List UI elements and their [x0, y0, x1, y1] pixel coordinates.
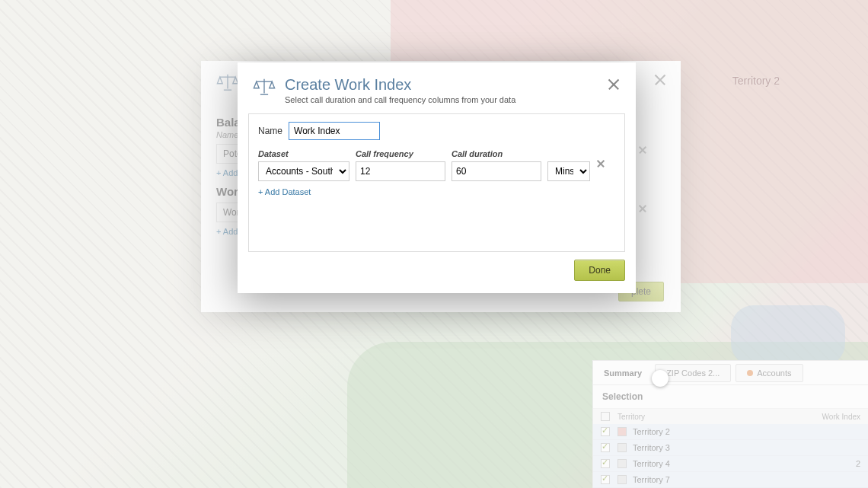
- name-row: Name: [258, 122, 615, 140]
- remove-row-icon[interactable]: [596, 158, 605, 171]
- dataset-label: Dataset: [258, 149, 349, 158]
- duration-input[interactable]: [452, 161, 541, 181]
- modal-subtitle: Select call duration and call frequency …: [285, 95, 515, 104]
- scales-icon: [251, 76, 277, 100]
- unit-select[interactable]: Mins: [547, 161, 590, 181]
- dataset-row: Dataset Accounts - South Call frequency …: [258, 149, 615, 181]
- name-input[interactable]: [289, 122, 380, 140]
- add-dataset-link[interactable]: + Add Dataset: [258, 187, 311, 196]
- dataset-col: Dataset Accounts - South: [258, 149, 349, 181]
- frequency-input[interactable]: [356, 161, 445, 181]
- dataset-select[interactable]: Accounts - South: [258, 161, 349, 181]
- done-button[interactable]: Done: [574, 260, 625, 281]
- cursor-indicator: [652, 370, 669, 387]
- modal-title: Create Work Index: [285, 76, 515, 94]
- modal-footer: Done: [248, 252, 625, 281]
- modal-body: Name Dataset Accounts - South Call frequ…: [248, 113, 625, 252]
- frequency-col: Call frequency: [356, 149, 445, 181]
- duration-label: Call duration: [452, 149, 541, 158]
- modal-header: Create Work Index Select call duration a…: [248, 73, 625, 113]
- close-icon[interactable]: [607, 78, 621, 94]
- unit-col: Mins: [547, 149, 590, 181]
- name-label: Name: [258, 126, 282, 136]
- create-work-index-modal: Create Work Index Select call duration a…: [238, 62, 636, 293]
- duration-col: Call duration: [452, 149, 541, 181]
- frequency-label: Call frequency: [356, 149, 445, 158]
